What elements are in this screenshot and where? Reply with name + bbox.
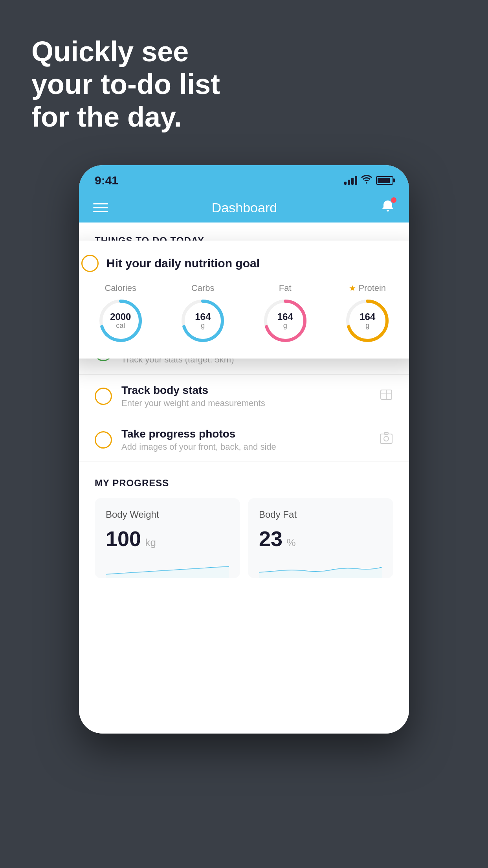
body-stats-subtitle: Enter your weight and measurements: [121, 398, 370, 408]
carbs-item: Carbs 164 g: [179, 283, 226, 344]
notification-dot: [391, 197, 396, 203]
body-weight-title: Body Weight: [106, 509, 229, 520]
body-weight-value: 100 kg: [106, 526, 229, 551]
phone-content: THINGS TO DO TODAY Hit your daily nutrit…: [79, 223, 409, 734]
fat-value: 164 g: [277, 312, 293, 330]
body-fat-number: 23: [259, 527, 283, 550]
fat-item: Fat 164 g: [262, 283, 309, 344]
protein-star-icon: ★: [349, 283, 356, 293]
carbs-number: 164: [195, 312, 211, 322]
notification-bell-button[interactable]: [381, 199, 395, 216]
photos-title: Take progress photos: [121, 428, 370, 440]
status-icons: [344, 175, 393, 186]
nutrition-card: Hit your daily nutrition goal Calories: [79, 241, 409, 359]
hero-line3: for the day.: [31, 101, 220, 133]
hero-line1: Quickly see: [31, 35, 220, 68]
protein-item: ★ Protein 164 g: [344, 283, 391, 344]
fat-ring: 164 g: [262, 297, 309, 344]
protein-number: 164: [360, 312, 375, 322]
todo-item-body-stats[interactable]: Track body stats Enter your weight and m…: [79, 375, 409, 418]
calories-item: Calories 2000 cal: [97, 283, 144, 344]
protein-ring: 164 g: [344, 297, 391, 344]
calories-number: 2000: [110, 312, 131, 322]
svg-point-12: [384, 436, 389, 441]
photo-icon: [379, 431, 393, 449]
svg-rect-11: [380, 434, 392, 443]
svg-rect-13: [384, 432, 388, 434]
wifi-icon: [361, 175, 372, 186]
phone-wrapper: 9:41 Dashboard: [79, 165, 409, 734]
carbs-ring: 164 g: [179, 297, 226, 344]
body-stats-title: Track body stats: [121, 384, 370, 397]
body-fat-unit: %: [287, 537, 296, 548]
protein-unit: g: [360, 322, 375, 330]
body-fat-title: Body Fat: [259, 509, 382, 520]
body-weight-chart: [106, 559, 229, 578]
phone: 9:41 Dashboard: [79, 165, 409, 734]
nutrition-grid: Calories 2000 cal: [81, 283, 407, 344]
progress-cards: Body Weight 100 kg Bo: [95, 498, 393, 578]
body-weight-unit: kg: [145, 537, 156, 548]
nav-title: Dashboard: [212, 200, 277, 215]
protein-value: 164 g: [360, 312, 375, 330]
body-fat-value: 23 %: [259, 526, 382, 551]
nav-bar: Dashboard: [79, 193, 409, 223]
body-weight-number: 100: [106, 527, 141, 550]
nutrition-card-title: Hit your daily nutrition goal: [106, 257, 260, 270]
todo-item-photos[interactable]: Take progress photos Add images of your …: [79, 418, 409, 462]
fat-unit: g: [277, 322, 293, 330]
body-stats-check-circle[interactable]: [95, 388, 112, 405]
carbs-value: 164 g: [195, 312, 211, 330]
calories-unit: cal: [110, 322, 131, 330]
calories-value: 2000 cal: [110, 312, 131, 330]
status-bar: 9:41: [79, 165, 409, 193]
carbs-label: Carbs: [191, 283, 215, 293]
body-fat-chart: [259, 559, 382, 578]
photos-subtitle: Add images of your front, back, and side: [121, 442, 370, 452]
calories-label: Calories: [105, 283, 136, 293]
hero-text: Quickly see your to-do list for the day.: [31, 35, 220, 133]
progress-header: MY PROGRESS: [95, 478, 393, 489]
photos-info: Take progress photos Add images of your …: [121, 428, 370, 452]
nutrition-check-circle[interactable]: [81, 255, 99, 272]
photos-check-circle[interactable]: [95, 431, 112, 449]
body-weight-card: Body Weight 100 kg: [95, 498, 240, 578]
card-header: Hit your daily nutrition goal: [81, 255, 407, 272]
status-time: 9:41: [95, 174, 118, 187]
protein-label: ★ Protein: [349, 283, 386, 293]
body-fat-card: Body Fat 23 %: [248, 498, 393, 578]
hero-line2: your to-do list: [31, 68, 220, 101]
scale-icon: [379, 388, 393, 405]
body-stats-info: Track body stats Enter your weight and m…: [121, 384, 370, 408]
signal-icon: [344, 176, 357, 185]
carbs-unit: g: [195, 322, 211, 330]
menu-button[interactable]: [93, 203, 108, 212]
fat-number: 164: [277, 312, 293, 322]
fat-label: Fat: [279, 283, 292, 293]
calories-ring: 2000 cal: [97, 297, 144, 344]
progress-section: MY PROGRESS Body Weight 100 kg: [79, 462, 409, 578]
battery-icon: [376, 176, 393, 185]
